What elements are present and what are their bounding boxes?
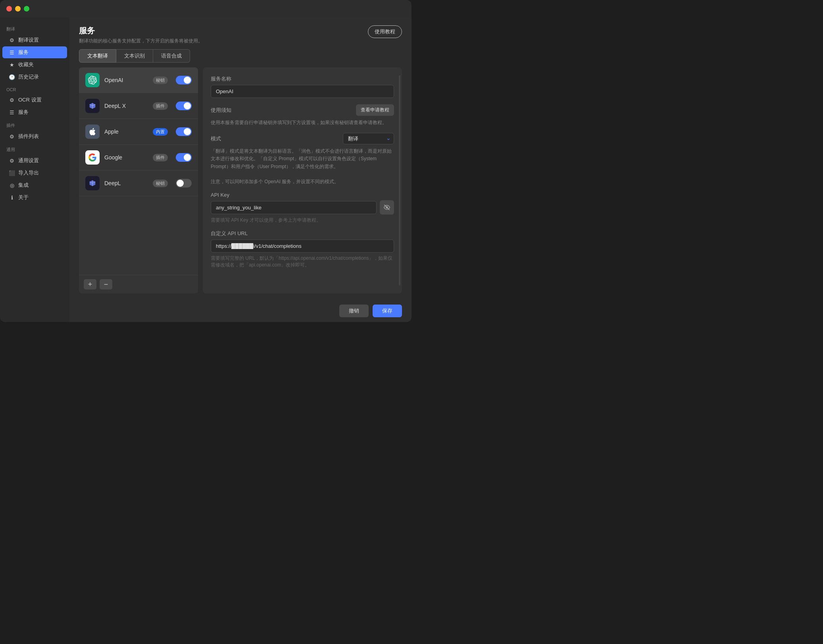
main-layout: 翻译 ⚙ 翻译设置 ☰ 服务 ★ 收藏夹 🕐 历史记录 OCR ⚙ OCR 设置 [0, 17, 412, 322]
service-list: OpenAI 秘钥 [79, 67, 198, 293]
api-key-group: API Key 需要填写 API Key 才可以使用 [211, 192, 394, 224]
api-key-hint: 需要填写 API Key 才可以使用，参考上方申请教程。 [211, 217, 394, 224]
ocr-services-icon: ☰ [9, 109, 15, 115]
sidebar-item-label: 翻译设置 [18, 36, 39, 44]
sidebar-item-ocr-services[interactable]: ☰ 服务 [2, 106, 67, 118]
service-badge-deeplx: 插件 [153, 102, 168, 110]
maximize-button[interactable] [24, 6, 29, 12]
openai-icon [85, 73, 100, 87]
service-item-deeplx[interactable]: DeepL X 插件 [79, 93, 198, 119]
sidebar-item-bookmarks[interactable]: ★ 收藏夹 [2, 59, 67, 71]
service-badge-apple: 内置 [153, 128, 168, 136]
sidebar-item-history[interactable]: 🕐 历史记录 [2, 71, 67, 83]
toggle-knob-apple [184, 128, 191, 135]
toggle-knob-google [184, 154, 191, 161]
tutorial-button[interactable]: 使用教程 [368, 25, 402, 38]
service-item-openai[interactable]: OpenAI 秘钥 [79, 67, 198, 93]
notice-button[interactable]: 查看申请教程 [356, 104, 394, 116]
deeplx-icon [85, 99, 100, 113]
service-item-deepl[interactable]: DeepL 秘钥 [79, 171, 198, 196]
detail-actions: 撤销 保存 [69, 300, 412, 322]
notice-label: 使用须知 [211, 107, 231, 114]
sidebar-item-general-settings[interactable]: ⚙ 通用设置 [2, 155, 67, 167]
content-header: 服务 翻译功能的核心服务支持配置，下方开启的服务将被使用。 使用教程 [69, 17, 412, 49]
toggle-apple[interactable] [176, 127, 192, 136]
toggle-deeplx[interactable] [176, 102, 192, 110]
sidebar-section-plugins: 插件 [0, 119, 69, 130]
sidebar-item-plugin-list[interactable]: ⚙ 插件列表 [2, 130, 67, 142]
page-subtitle: 翻译功能的核心服务支持配置，下方开启的服务将被使用。 [79, 38, 203, 44]
api-key-input[interactable] [211, 201, 377, 214]
mode-description: 「翻译」模式是将文本翻译为目标语言。「润色」模式不会进行语言翻译，而是对原始文本… [211, 148, 394, 186]
mode-row: 模式 翻译 润色 自定义 Prompt 「翻译」模式是将文本翻译为目标语言。「润… [211, 133, 394, 186]
sidebar-item-label: OCR 设置 [18, 96, 42, 104]
service-name-label: 服务名称 [211, 75, 394, 82]
service-name-google: Google [104, 154, 148, 161]
toggle-visibility-button[interactable] [380, 200, 394, 215]
toggle-knob-deeplx [184, 102, 191, 109]
sidebar-item-label: 关于 [18, 194, 29, 201]
sidebar-item-label: 服务 [18, 109, 29, 116]
about-icon: ℹ [9, 194, 15, 201]
service-name-openai: OpenAI [104, 77, 148, 83]
tab-speech-synthesis[interactable]: 语音合成 [153, 49, 190, 63]
service-name-input[interactable] [211, 85, 394, 98]
mode-label: 模式 [211, 135, 221, 142]
services-icon: ☰ [9, 49, 15, 56]
tab-text-translation[interactable]: 文本翻译 [79, 49, 116, 63]
toggle-deepl[interactable] [176, 179, 192, 188]
tab-text-recognition[interactable]: 文本识别 [116, 49, 153, 63]
titlebar [0, 0, 412, 17]
notice-header: 使用须知 查看申请教程 [211, 104, 394, 116]
close-button[interactable] [6, 6, 12, 12]
toggle-knob-deepl [177, 180, 184, 187]
sidebar-item-services[interactable]: ☰ 服务 [2, 46, 67, 58]
cancel-button[interactable]: 撤销 [339, 305, 369, 317]
toggle-google[interactable] [176, 153, 192, 162]
content-body: OpenAI 秘钥 [69, 67, 412, 300]
service-badge-google: 插件 [153, 154, 168, 161]
page-title-area: 服务 翻译功能的核心服务支持配置，下方开启的服务将被使用。 [79, 25, 203, 44]
sidebar-item-about[interactable]: ℹ 关于 [2, 192, 67, 203]
bookmarks-icon: ★ [9, 61, 15, 68]
notice-text: 使用本服务需要自行申请秘钥并填写到下方设置项，如果没有秘钥请查看申请教程。 [211, 119, 394, 126]
service-item-google[interactable]: Google 插件 [79, 145, 198, 171]
custom-api-input[interactable] [211, 240, 394, 253]
sidebar-item-translation-settings[interactable]: ⚙ 翻译设置 [2, 34, 67, 46]
content-area: 服务 翻译功能的核心服务支持配置，下方开启的服务将被使用。 使用教程 文本翻译 … [69, 17, 412, 322]
plugin-icon: ⚙ [9, 133, 15, 140]
deepl-icon [85, 176, 100, 190]
toggle-openai[interactable] [176, 76, 192, 84]
sidebar-item-label: 插件列表 [18, 133, 39, 140]
add-service-button[interactable]: + [84, 279, 96, 289]
app-window: 翻译 ⚙ 翻译设置 ☰ 服务 ★ 收藏夹 🕐 历史记录 OCR ⚙ OCR 设置 [0, 0, 412, 322]
import-export-icon: ⬛ [9, 170, 15, 176]
service-name-group: 服务名称 [211, 75, 394, 98]
sidebar-item-import-export[interactable]: ⬛ 导入导出 [2, 167, 67, 179]
remove-service-button[interactable]: − [100, 279, 112, 289]
toggle-knob-openai [184, 77, 191, 84]
tab-bar: 文本翻译 文本识别 语音合成 [69, 49, 412, 63]
mode-select-row: 模式 翻译 润色 自定义 Prompt [211, 133, 394, 144]
notice-section: 使用须知 查看申请教程 使用本服务需要自行申请秘钥并填写到下方设置项，如果没有秘… [211, 104, 394, 126]
minimize-button[interactable] [15, 6, 21, 12]
service-list-items: OpenAI 秘钥 [79, 67, 198, 275]
sidebar-item-label: 通用设置 [18, 157, 39, 164]
integration-icon: ◎ [9, 182, 15, 188]
service-item-apple[interactable]: Apple 内置 [79, 119, 198, 145]
settings-icon: ⚙ [9, 37, 15, 43]
service-name-deeplx: DeepL X [104, 103, 148, 109]
save-button[interactable]: 保存 [373, 305, 402, 317]
mode-select[interactable]: 翻译 润色 自定义 Prompt [343, 133, 394, 144]
sidebar-item-label: 服务 [18, 49, 29, 56]
traffic-lights [6, 6, 29, 12]
service-list-bottom: + − [79, 275, 198, 293]
service-name-apple: Apple [104, 128, 148, 135]
sidebar-item-integration[interactable]: ◎ 集成 [2, 179, 67, 191]
sidebar-section-translation: 翻译 [0, 22, 69, 34]
sidebar-item-ocr-settings[interactable]: ⚙ OCR 设置 [2, 94, 67, 106]
ocr-settings-icon: ⚙ [9, 97, 15, 103]
api-key-label: API Key [211, 192, 394, 198]
sidebar-section-ocr: OCR [0, 83, 69, 94]
sidebar-item-label: 历史记录 [18, 73, 39, 80]
